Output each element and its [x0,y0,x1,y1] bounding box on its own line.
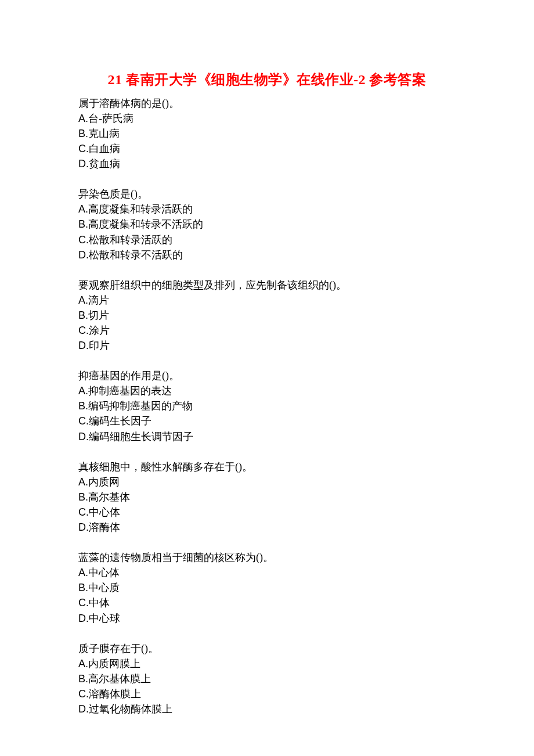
question-stem: 真核细胞中，酸性水解酶多存在于()。 [78,459,456,474]
question-stem: 蓝藻的遗传物质相当于细菌的核区称为()。 [78,550,456,565]
option-text: 白血病 [89,143,120,154]
question-option: D.过氧化物酶体膜上 [78,701,456,717]
question-option: A.内质网 [78,474,456,489]
option-label: D. [78,158,89,170]
option-label: D. [78,613,89,624]
option-text: 溶酶体 [89,521,120,533]
question-stem: 异染色质是()。 [78,186,456,201]
question-option: C.中体 [78,595,456,610]
option-text: 松散和转录不活跃的 [89,249,183,261]
question-block: 质子膜存在于()。A.内质网膜上B.高尔基体膜上C.溶酶体膜上D.过氧化物酶体膜… [78,641,456,717]
option-text: 编码细胞生长调节因子 [89,431,193,442]
option-label: A. [78,294,88,306]
option-label: B. [78,128,88,139]
question-stem: 属于溶酶体病的是()。 [78,96,456,111]
question-option: A.中心体 [78,565,456,580]
option-label: C. [78,143,89,154]
question-option: A.内质网膜上 [78,656,456,671]
option-text: 过氧化物酶体膜上 [89,703,172,715]
question-option: C.白血病 [78,141,456,156]
option-text: 内质网 [88,476,120,488]
question-option: A.台-萨氏病 [78,111,456,126]
question-option: B.切片 [78,308,456,323]
option-label: A. [78,476,88,488]
question-option: C.中心体 [78,505,456,520]
option-label: A. [78,567,88,578]
option-text: 切片 [88,309,109,321]
option-text: 台-萨氏病 [88,113,134,124]
option-text: 中心体 [88,567,120,578]
question-option: B.高尔基体 [78,489,456,505]
question-option: D.编码细胞生长调节因子 [78,429,456,444]
question-option: A.抑制癌基因的表达 [78,383,456,398]
option-text: 中心体 [89,506,120,518]
option-label: C. [78,688,89,700]
question-option: D.贫血病 [78,156,456,171]
question-stem: 质子膜存在于()。 [78,641,456,656]
option-text: 克山病 [88,128,120,139]
document-title: 21 春南开大学《细胞生物学》在线作业-2 参考答案 [78,70,456,90]
option-text: 内质网膜上 [88,658,140,669]
option-label: B. [78,582,88,593]
option-label: D. [78,703,89,715]
option-text: 编码生长因子 [89,415,151,427]
option-text: 中心质 [88,582,120,593]
option-text: 松散和转录活跃的 [89,234,172,246]
option-label: B. [78,218,88,230]
question-option: C.溶酶体膜上 [78,686,456,701]
question-option: B.克山病 [78,126,456,141]
question-option: D.松散和转录不活跃的 [78,247,456,262]
question-stem: 抑癌基因的作用是()。 [78,368,456,383]
question-option: A.滴片 [78,293,456,308]
option-text: 高尔基体膜上 [88,673,151,685]
option-label: B. [78,400,88,412]
option-label: C. [78,325,89,336]
option-text: 编码抑制癌基因的产物 [88,400,193,412]
option-label: D. [78,431,89,442]
option-text: 高尔基体 [88,491,130,503]
option-label: C. [78,415,89,427]
option-text: 溶酶体膜上 [89,688,141,700]
option-text: 中心球 [89,613,120,624]
question-option: C.涂片 [78,323,456,338]
option-label: D. [78,340,89,351]
questions-list: 属于溶酶体病的是()。A.台-萨氏病B.克山病C.白血病D.贫血病异染色质是()… [78,96,456,717]
option-text: 滴片 [88,294,109,306]
question-option: B.编码抑制癌基因的产物 [78,398,456,413]
question-option: B.高尔基体膜上 [78,671,456,686]
option-label: D. [78,521,89,533]
question-block: 真核细胞中，酸性水解酶多存在于()。A.内质网B.高尔基体C.中心体D.溶酶体 [78,459,456,535]
option-text: 高度凝集和转录不活跃的 [88,218,203,230]
option-text: 高度凝集和转录活跃的 [88,203,193,215]
question-block: 蓝藻的遗传物质相当于细菌的核区称为()。A.中心体B.中心质C.中体D.中心球 [78,550,456,625]
question-block: 异染色质是()。A.高度凝集和转录活跃的B.高度凝集和转录不活跃的C.松散和转录… [78,186,456,262]
question-option: C.编码生长因子 [78,413,456,429]
option-label: B. [78,309,88,321]
option-text: 中体 [89,597,110,609]
question-option: C.松散和转录活跃的 [78,232,456,247]
option-label: A. [78,385,88,397]
option-label: B. [78,491,88,503]
option-label: C. [78,597,89,609]
question-block: 抑癌基因的作用是()。A.抑制癌基因的表达B.编码抑制癌基因的产物C.编码生长因… [78,368,456,444]
option-label: B. [78,673,88,685]
document-page: 21 春南开大学《细胞生物学》在线作业-2 参考答案 属于溶酶体病的是()。A.… [0,0,534,756]
option-label: C. [78,506,89,518]
question-block: 属于溶酶体病的是()。A.台-萨氏病B.克山病C.白血病D.贫血病 [78,96,456,171]
question-block: 要观察肝组织中的细胞类型及排列，应先制备该组织的()。A.滴片B.切片C.涂片D… [78,278,456,353]
option-label: A. [78,203,88,215]
question-option: D.中心球 [78,611,456,626]
question-stem: 要观察肝组织中的细胞类型及排列，应先制备该组织的()。 [78,278,456,293]
option-text: 印片 [89,340,110,351]
question-option: A.高度凝集和转录活跃的 [78,201,456,217]
option-text: 抑制癌基因的表达 [88,385,172,397]
option-label: C. [78,234,89,246]
question-option: B.中心质 [78,580,456,595]
question-option: D.溶酶体 [78,520,456,535]
option-text: 涂片 [89,325,110,336]
option-label: A. [78,658,88,669]
option-label: A. [78,113,88,124]
question-option: D.印片 [78,338,456,353]
option-label: D. [78,249,89,261]
question-option: B.高度凝集和转录不活跃的 [78,217,456,232]
